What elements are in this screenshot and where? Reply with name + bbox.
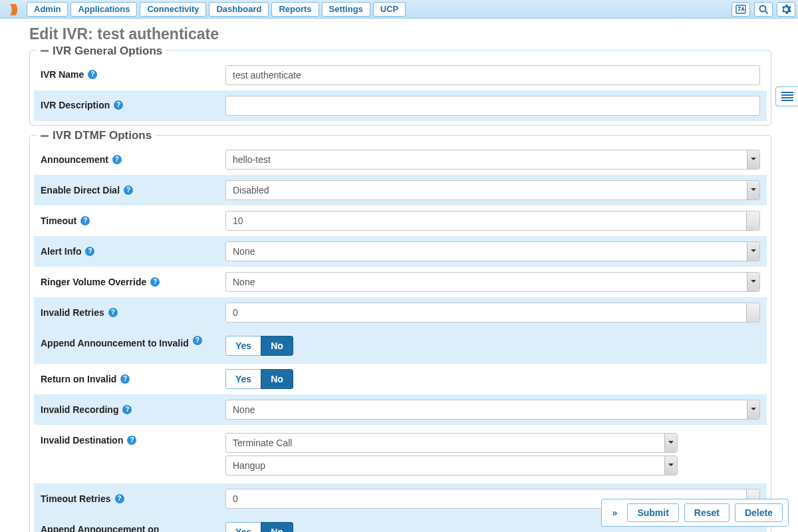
toggle-yes[interactable]: Yes <box>225 369 261 389</box>
row-invalid-retries: Invalid Retries? <box>34 297 767 328</box>
input-ivr-description[interactable] <box>225 96 760 116</box>
help-icon[interactable]: ? <box>85 247 94 256</box>
input-ivr-name[interactable] <box>225 65 760 85</box>
panel-general-legend: IVR General Options <box>37 45 166 58</box>
toggle-append-timeout[interactable]: Yes No <box>225 522 293 532</box>
row-alert-info: Alert Info? None <box>34 236 767 267</box>
select-invalid-destination-target[interactable]: Hangup <box>225 456 678 475</box>
help-icon[interactable]: ? <box>150 277 160 287</box>
row-ringer-volume: Ringer Volume Override? None <box>34 267 767 297</box>
nav-dashboard[interactable]: Dashboard <box>209 2 269 17</box>
panel-general: IVR General Options IVR Name ? IVR Descr… <box>29 50 771 126</box>
select-alert-info[interactable]: None <box>225 241 760 261</box>
search-icon[interactable] <box>754 2 773 17</box>
nav-applications[interactable]: Applications <box>70 2 137 17</box>
select-announcement[interactable]: hello-test <box>225 150 760 170</box>
panel-dtmf-legend: IVR DTMF Options <box>37 129 156 142</box>
action-bar: » Submit Reset Delete <box>601 499 789 527</box>
toggle-yes[interactable]: Yes <box>225 522 261 532</box>
nav-reports[interactable]: Reports <box>271 2 319 17</box>
row-ivr-name: IVR Name ? <box>34 60 767 90</box>
select-invalid-destination-category[interactable]: Terminate Call <box>225 433 678 453</box>
help-icon[interactable]: ? <box>122 405 132 414</box>
row-timeout: Timeout? <box>34 205 767 236</box>
collapse-chevron-icon[interactable]: » <box>607 503 622 522</box>
nav-settings[interactable]: Settings <box>322 2 370 17</box>
nav-ucp[interactable]: UCP <box>373 2 406 17</box>
help-icon[interactable]: ? <box>114 100 123 110</box>
collapse-dash-icon[interactable] <box>41 135 49 137</box>
input-invalid-retries[interactable] <box>225 303 760 323</box>
input-timeout[interactable] <box>225 211 760 231</box>
nav-admin[interactable]: Admin <box>27 2 68 17</box>
toggle-append-invalid[interactable]: Yes No <box>225 336 293 356</box>
help-icon[interactable]: ? <box>80 216 90 225</box>
panel-general-legend-text: IVR General Options <box>53 45 162 58</box>
help-icon[interactable]: ? <box>193 336 202 345</box>
toggle-yes[interactable]: Yes <box>225 336 261 356</box>
svg-point-1 <box>760 5 766 11</box>
label-ivr-description: IVR Description ? <box>41 98 225 112</box>
toggle-no[interactable]: No <box>261 522 293 532</box>
help-icon[interactable]: ? <box>127 436 136 445</box>
row-announcement: Announcement? hello-test <box>34 144 767 175</box>
row-append-invalid: Append Announcement to Invalid? Yes No <box>34 328 767 364</box>
row-invalid-recording: Invalid Recording? None <box>34 394 767 425</box>
brand-icon: )))) <box>3 2 23 17</box>
toggle-no[interactable]: No <box>261 369 293 389</box>
help-icon[interactable]: ? <box>108 308 118 317</box>
top-navbar: )))) Admin Applications Connectivity Das… <box>0 0 798 19</box>
submit-button[interactable]: Submit <box>627 503 678 522</box>
help-icon[interactable]: ? <box>124 186 133 195</box>
nav-connectivity[interactable]: Connectivity <box>140 2 206 17</box>
panel-dtmf: IVR DTMF Options Announcement? hello-tes… <box>29 135 771 533</box>
reset-button[interactable]: Reset <box>684 503 730 522</box>
row-return-invalid: Return on Invalid? Yes No <box>34 364 767 394</box>
help-icon[interactable]: ? <box>112 155 122 164</box>
toggle-no[interactable]: No <box>261 336 293 356</box>
language-icon[interactable] <box>732 2 750 17</box>
row-ivr-description: IVR Description ? <box>34 90 767 121</box>
delete-button[interactable]: Delete <box>735 503 783 522</box>
toggle-return-invalid[interactable]: Yes No <box>225 369 293 389</box>
select-ringer-volume[interactable]: None <box>225 272 760 292</box>
gear-icon[interactable] <box>777 2 795 17</box>
help-icon[interactable]: ? <box>88 70 97 79</box>
help-icon[interactable]: ? <box>115 494 124 503</box>
select-direct-dial[interactable]: Disabled <box>225 180 760 200</box>
select-invalid-recording[interactable]: None <box>225 400 760 420</box>
help-icon[interactable]: ? <box>120 374 130 384</box>
label-ivr-name: IVR Name ? <box>41 67 225 82</box>
page-title: Edit IVR: test authenticate <box>29 25 771 43</box>
collapse-dash-icon[interactable] <box>41 50 49 52</box>
row-direct-dial: Enable Direct Dial? Disabled <box>34 175 767 205</box>
panel-dtmf-legend-text: IVR DTMF Options <box>53 129 152 142</box>
row-invalid-destination: Invalid Destination? Terminate Call Hang… <box>34 425 767 483</box>
